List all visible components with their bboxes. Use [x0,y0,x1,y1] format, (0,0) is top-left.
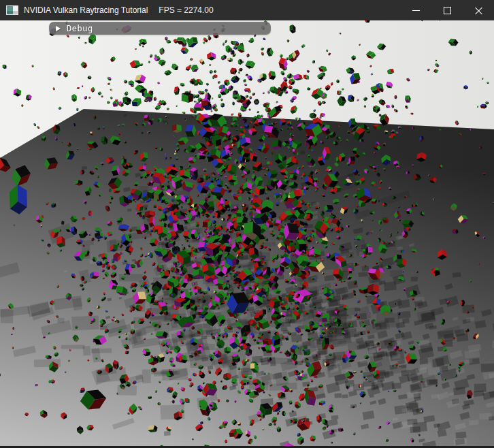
window-title: NVIDIA Vulkan Raytracing Tutorial [24,5,148,15]
debug-panel-header[interactable]: Debug [49,22,271,35]
maximize-icon [444,7,451,14]
minimize-button[interactable] [400,0,431,20]
close-icon [475,7,482,14]
app-window: NVIDIA Vulkan Raytracing Tutorial FPS = … [0,0,494,448]
collapse-arrow-icon [56,26,61,31]
title-bar: NVIDIA Vulkan Raytracing Tutorial FPS = … [0,0,494,20]
minimize-icon [412,10,420,11]
raytraced-scene-canvas[interactable] [0,20,494,448]
debug-panel-label: Debug [67,24,93,33]
close-button[interactable] [463,0,494,20]
maximize-button[interactable] [431,0,463,20]
render-viewport: Debug [0,20,494,448]
fps-counter: FPS = 2274.00 [159,5,213,15]
app-icon [6,5,18,15]
